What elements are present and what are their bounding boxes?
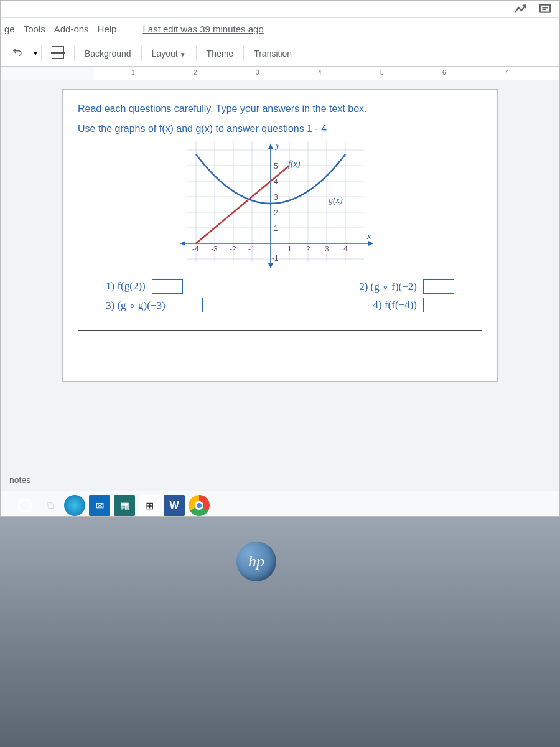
answer-box-4[interactable] bbox=[423, 298, 454, 312]
mail-icon[interactable]: ✉ bbox=[89, 495, 110, 516]
ruler-tick: 2 bbox=[194, 69, 197, 76]
toolbar: ▼ Background Layout▼ Theme Transition bbox=[1, 40, 559, 67]
svg-text:-1: -1 bbox=[248, 245, 255, 253]
svg-text:4: 4 bbox=[343, 245, 348, 253]
ruler-tick: 5 bbox=[380, 69, 384, 76]
menu-item-help[interactable]: Help bbox=[98, 24, 117, 34]
menu-item-page-fragment[interactable]: ge bbox=[4, 24, 15, 34]
speaker-notes[interactable]: notes bbox=[1, 469, 559, 491]
activity-icon[interactable] bbox=[513, 2, 527, 16]
svg-text:1: 1 bbox=[274, 224, 278, 233]
ruler-tick: 3 bbox=[256, 69, 259, 76]
grid-view-button[interactable] bbox=[44, 42, 72, 64]
background-button[interactable]: Background bbox=[77, 45, 139, 62]
edge-icon[interactable] bbox=[64, 495, 85, 516]
ruler-tick: 1 bbox=[131, 69, 135, 76]
layout-label: Layout bbox=[152, 49, 178, 59]
ruler: 1 2 3 4 5 6 7 bbox=[94, 67, 559, 80]
answer-box-1[interactable] bbox=[152, 279, 183, 294]
svg-text:4: 4 bbox=[274, 177, 278, 186]
question-1: 1) f(g(2)) bbox=[106, 280, 146, 293]
layout-button[interactable]: Layout▼ bbox=[144, 45, 194, 62]
ruler-tick: 4 bbox=[318, 69, 322, 76]
svg-text:5: 5 bbox=[274, 162, 278, 171]
chrome-icon[interactable] bbox=[189, 495, 210, 516]
question-2: 2) (g ∘ f)(−2) bbox=[359, 280, 417, 293]
hp-logo: hp bbox=[236, 542, 276, 581]
ruler-tick: 6 bbox=[442, 69, 446, 76]
cortana-icon[interactable] bbox=[18, 499, 32, 512]
comments-icon[interactable] bbox=[538, 2, 552, 16]
last-edit-status[interactable]: Last edit was 39 minutes ago bbox=[142, 24, 263, 34]
grid-icon bbox=[52, 46, 64, 59]
f-label: f(x) bbox=[288, 159, 301, 169]
svg-marker-22 bbox=[180, 241, 185, 246]
instruction-2: Use the graphs of f(x) and g(x) to answe… bbox=[78, 123, 482, 134]
svg-text:-1: -1 bbox=[272, 254, 279, 263]
svg-marker-24 bbox=[268, 144, 273, 149]
chevron-down-icon[interactable]: ▼ bbox=[32, 50, 39, 57]
store-icon[interactable]: ⊞ bbox=[139, 495, 160, 516]
chevron-down-icon: ▼ bbox=[180, 51, 186, 58]
graph: 5 4 3 2 1 -1 -4 -3 -2 -1 1 2 3 4 y x bbox=[177, 141, 383, 271]
g-label: g(x) bbox=[329, 195, 343, 205]
svg-text:-3: -3 bbox=[211, 245, 218, 253]
x-axis-label: x bbox=[366, 232, 371, 241]
answer-box-3[interactable] bbox=[172, 298, 203, 312]
instruction-1: Read each questions carefully. Type your… bbox=[78, 103, 482, 115]
y-axis-label: y bbox=[274, 141, 280, 150]
menu-item-tools[interactable]: Tools bbox=[24, 24, 45, 34]
photos-icon[interactable]: ▦ bbox=[114, 495, 135, 516]
menu-item-addons[interactable]: Add-ons bbox=[54, 24, 89, 34]
menu-bar: ge Tools Add-ons Help Last edit was 39 m… bbox=[1, 18, 559, 40]
word-icon[interactable]: W bbox=[164, 495, 185, 516]
svg-text:2: 2 bbox=[306, 245, 310, 253]
svg-text:3: 3 bbox=[274, 193, 278, 202]
svg-text:3: 3 bbox=[325, 245, 329, 253]
question-3: 3) (g ∘ g)(−3) bbox=[106, 299, 166, 312]
theme-button[interactable]: Theme bbox=[199, 45, 241, 62]
ruler-tick: 7 bbox=[505, 69, 508, 76]
question-4: 4) f(f(−4)) bbox=[373, 299, 417, 311]
svg-text:-2: -2 bbox=[230, 245, 236, 253]
svg-text:-4: -4 bbox=[192, 245, 199, 253]
undo-button[interactable] bbox=[4, 43, 30, 63]
svg-rect-0 bbox=[540, 4, 551, 12]
task-view-icon[interactable]: ⧉ bbox=[39, 495, 60, 516]
slide[interactable]: Read each questions carefully. Type your… bbox=[62, 89, 498, 382]
transition-button[interactable]: Transition bbox=[246, 45, 299, 62]
answer-box-2[interactable] bbox=[423, 279, 454, 294]
svg-marker-21 bbox=[368, 241, 373, 246]
svg-marker-25 bbox=[268, 263, 273, 268]
svg-text:1: 1 bbox=[287, 245, 292, 253]
windows-taskbar: ⧉ ✉ ▦ ⊞ W bbox=[18, 492, 210, 519]
svg-text:2: 2 bbox=[274, 209, 278, 217]
